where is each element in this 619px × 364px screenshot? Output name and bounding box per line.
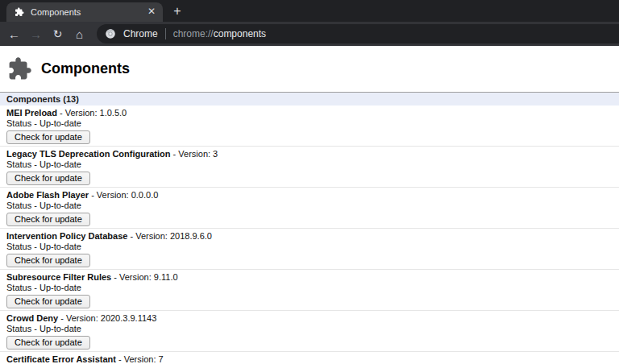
component-status: Status - Up-to-date	[6, 201, 613, 210]
component-version: 7	[159, 354, 164, 364]
check-for-update-button[interactable]: Check for update	[6, 172, 90, 185]
version-label: - Version:	[111, 272, 154, 282]
component-title-line: Crowd Deny - Version: 2020.3.9.1143	[6, 313, 613, 323]
component-status: Status - Up-to-date	[6, 242, 613, 251]
component-row: Subresource Filter Rules - Version: 9.11…	[0, 270, 619, 311]
version-label: - Version:	[57, 108, 100, 118]
extensions-puzzle-icon	[15, 7, 24, 17]
check-for-update-button[interactable]: Check for update	[6, 213, 90, 226]
check-for-update-button[interactable]: Check for update	[6, 336, 90, 350]
components-puzzle-icon	[6, 56, 33, 81]
component-title-line: Legacy TLS Deprecation Configuration - V…	[6, 149, 613, 159]
component-row: Crowd Deny - Version: 2020.3.9.1143 Stat…	[0, 311, 619, 352]
page-title: Components	[41, 60, 130, 77]
component-version: 9.11.0	[154, 272, 178, 282]
component-name: MEI Preload	[6, 108, 57, 118]
component-title-line: Adobe Flash Player - Version: 0.0.0.0	[6, 190, 613, 200]
check-for-update-button[interactable]: Check for update	[6, 295, 90, 308]
component-version: 3	[213, 149, 218, 159]
page-content: Components Components (13) MEI Preload -…	[0, 46, 619, 364]
component-status: Status - Up-to-date	[6, 159, 613, 169]
site-label: Chrome	[123, 28, 158, 39]
reload-icon[interactable]: ↻	[47, 23, 69, 44]
component-version: 1.0.5.0	[100, 108, 127, 118]
components-count-header: Components (13)	[0, 92, 619, 105]
back-icon[interactable]: ←	[3, 23, 25, 44]
page-header: Components	[0, 46, 619, 92]
component-list: MEI Preload - Version: 1.0.5.0 Status - …	[0, 105, 619, 364]
address-bar[interactable]: Chrome chrome:// components	[97, 24, 619, 43]
component-row: Adobe Flash Player - Version: 0.0.0.0 St…	[0, 188, 619, 229]
version-label: - Version:	[89, 190, 131, 200]
component-title-line: MEI Preload - Version: 1.0.5.0	[6, 108, 613, 118]
new-tab-button[interactable]: +	[169, 3, 185, 19]
component-status: Status - Up-to-date	[6, 283, 613, 292]
tab-strip: Components ✕ +	[0, 0, 619, 22]
component-row: Legacy TLS Deprecation Configuration - V…	[0, 147, 619, 188]
check-for-update-button[interactable]: Check for update	[6, 254, 90, 267]
url-scheme: chrome://	[173, 28, 214, 39]
component-name: Subresource Filter Rules	[6, 272, 111, 282]
version-label: - Version:	[171, 149, 214, 159]
browser-toolbar: ← → ↻ ⌂ Chrome chrome:// components	[0, 22, 619, 46]
component-status: Status - Up-to-date	[6, 118, 613, 128]
component-name: Intervention Policy Database	[6, 231, 127, 241]
forward-icon: →	[25, 23, 47, 44]
home-icon[interactable]: ⌂	[69, 23, 90, 44]
url-host: components	[214, 28, 266, 39]
component-name: Adobe Flash Player	[6, 190, 89, 200]
component-row: MEI Preload - Version: 1.0.5.0 Status - …	[0, 105, 619, 147]
component-row: Certificate Error Assistant - Version: 7…	[0, 352, 619, 364]
component-status: Status - Up-to-date	[6, 324, 613, 333]
component-name: Certificate Error Assistant	[6, 354, 116, 364]
tab-title: Components	[31, 7, 145, 17]
component-version: 2018.9.6.0	[170, 231, 212, 241]
tab-close-icon[interactable]: ✕	[145, 6, 158, 19]
check-for-update-button[interactable]: Check for update	[6, 130, 90, 144]
component-version: 2020.3.9.1143	[101, 313, 157, 323]
component-name: Legacy TLS Deprecation Configuration	[6, 149, 171, 159]
url-separator	[165, 28, 166, 39]
version-label: - Version:	[58, 313, 101, 323]
component-version: 0.0.0.0	[131, 190, 159, 200]
component-name: Crowd Deny	[6, 313, 58, 323]
component-title-line: Certificate Error Assistant - Version: 7	[6, 354, 613, 364]
version-label: - Version:	[116, 354, 159, 364]
component-row: Intervention Policy Database - Version: …	[0, 229, 619, 270]
component-title-line: Subresource Filter Rules - Version: 9.11…	[6, 272, 613, 282]
version-label: - Version:	[127, 231, 170, 241]
component-title-line: Intervention Policy Database - Version: …	[6, 231, 613, 241]
browser-tab-components[interactable]: Components ✕	[6, 2, 163, 22]
chrome-logo-icon	[105, 28, 116, 39]
